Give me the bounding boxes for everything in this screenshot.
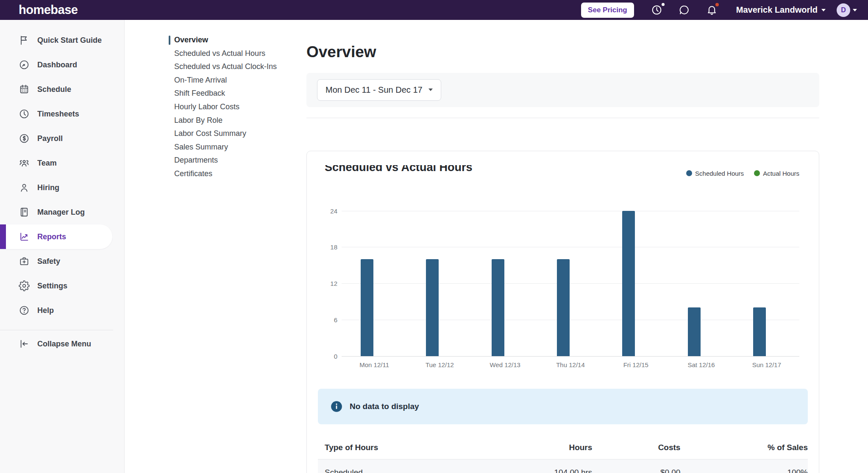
date-range-label: Mon Dec 11 - Sun Dec 17 (326, 85, 423, 95)
subnav-item-overview[interactable]: Overview (169, 33, 301, 47)
legend-dot (686, 170, 692, 176)
x-tick-label: Wed 12/13 (473, 361, 538, 368)
sidebar-item-label: Timesheets (37, 110, 79, 119)
subnav-item-shift-feedback[interactable]: Shift Feedback (169, 87, 301, 100)
subnav-item-certificates[interactable]: Certificates (169, 167, 301, 181)
x-tick-label: Thu 12/14 (538, 361, 603, 368)
report-subnav: OverviewScheduled vs Actual HoursSchedul… (125, 20, 301, 473)
table-cell: Scheduled (318, 459, 524, 473)
book-icon (19, 207, 30, 218)
timeclock-icon[interactable] (651, 4, 662, 16)
sidebar-item-help[interactable]: Help (0, 298, 124, 323)
chart-title: Scheduled vs Actual Hours (325, 165, 473, 175)
y-tick-label: 0 (334, 352, 337, 360)
sidebar-item-settings[interactable]: Settings (0, 274, 124, 298)
sidebar-item-safety[interactable]: Safety (0, 249, 124, 274)
bar-group-fri-12-15 (603, 211, 668, 356)
notifications-bell-icon[interactable] (706, 4, 718, 16)
sidebar-item-quick-start-guide[interactable]: Quick Start Guide (0, 28, 124, 53)
firstaid-icon (19, 256, 30, 267)
hours-summary-table: Type of HoursHoursCosts% of Sales Schedu… (318, 440, 808, 473)
subnav-item-departments[interactable]: Departments (169, 154, 301, 167)
subnav-item-scheduled-vs-actual-hours[interactable]: Scheduled vs Actual Hours (169, 47, 301, 61)
see-pricing-button[interactable]: See Pricing (581, 3, 634, 18)
collapse-arrow-icon (19, 338, 30, 349)
info-icon (331, 401, 342, 412)
y-tick-label: 18 (330, 243, 337, 251)
subnav-item-labor-by-role[interactable]: Labor By Role (169, 114, 301, 127)
subnav-item-hourly-labor-costs[interactable]: Hourly Labor Costs (169, 100, 301, 114)
sidebar-divider (0, 330, 113, 330)
gridline (342, 356, 799, 357)
bar-scheduled-hours-sat-12-16[interactable] (688, 307, 701, 356)
y-tick-label: 6 (334, 316, 337, 323)
subnav-item-scheduled-vs-actual-clock-ins[interactable]: Scheduled vs Actual Clock-Ins (169, 60, 301, 74)
sidebar-item-dashboard[interactable]: Dashboard (0, 53, 124, 77)
subnav-item-labor-cost-summary[interactable]: Labor Cost Summary (169, 127, 301, 141)
table-cell: $0.00 (592, 459, 680, 473)
sidebar-item-team[interactable]: Team (0, 151, 124, 175)
sidebar-item-payroll[interactable]: Payroll (0, 126, 124, 151)
topbar-actions: See Pricing Maverick Landworld D (581, 3, 857, 18)
bar-group-tue-12-12 (407, 211, 472, 356)
sidebar-item-label: Manager Log (37, 208, 85, 217)
x-tick-label: Sat 12/16 (668, 361, 734, 368)
user-menu[interactable]: Maverick Landworld (736, 5, 826, 15)
bar-group-sat-12-16 (668, 211, 734, 356)
legend-item-scheduled-hours: Scheduled Hours (686, 170, 744, 177)
sidebar-item-label: Help (37, 306, 54, 315)
x-tick-label: Tue 12/12 (407, 361, 472, 368)
page-title: Overview (306, 44, 819, 61)
messages-icon[interactable] (679, 4, 690, 16)
avatar: D (837, 3, 850, 17)
section-divider (306, 118, 819, 118)
dashboard-icon (19, 59, 30, 70)
chart-card: Scheduled vs Actual Hours Scheduled Hour… (306, 151, 819, 473)
topbar: homebase See Pricing Maverick Landworld … (0, 0, 868, 20)
homebase-logo[interactable]: homebase (19, 3, 78, 17)
plot-area (342, 211, 799, 356)
chart-legend: Scheduled HoursActual Hours (686, 170, 799, 177)
bar-group-wed-12-13 (473, 211, 538, 356)
sidebar-item-label: Settings (37, 282, 67, 290)
bar-scheduled-hours-fri-12-15[interactable] (622, 211, 635, 356)
person-icon (19, 182, 30, 193)
bar-scheduled-hours-mon-12-11[interactable] (361, 259, 373, 356)
sidebar-item-timesheets[interactable]: Timesheets (0, 102, 124, 126)
subnav-item-sales-summary[interactable]: Sales Summary (169, 141, 301, 154)
chart-title-clip: Scheduled vs Actual Hours (325, 165, 473, 178)
avatar-menu[interactable]: D (837, 3, 857, 17)
date-range-selector[interactable]: Mon Dec 11 - Sun Dec 17 (317, 79, 441, 101)
bar-group-thu-12-14 (538, 211, 603, 356)
help-icon (19, 305, 30, 316)
subnav-item-on-time-arrival[interactable]: On-Time Arrival (169, 74, 301, 87)
bar-scheduled-hours-wed-12-13[interactable] (492, 259, 504, 356)
sidebar-item-label: Safety (37, 257, 60, 266)
bar-scheduled-hours-thu-12-14[interactable] (557, 259, 570, 356)
filter-panel: Mon Dec 11 - Sun Dec 17 (306, 73, 819, 107)
x-axis-labels: Mon 12/11Tue 12/12Wed 12/13Thu 12/14Fri … (325, 361, 799, 368)
gear-icon (19, 280, 30, 291)
bar-chart: 24181260 Mon 12/11Tue 12/12Wed 12/13Thu … (325, 211, 799, 368)
main-content: Overview Mon Dec 11 - Sun Dec 17 Schedul… (301, 20, 868, 473)
legend-item-actual-hours: Actual Hours (754, 170, 799, 177)
bar-scheduled-hours-tue-12-12[interactable] (426, 259, 439, 356)
sidebar-item-label: Quick Start Guide (37, 36, 102, 45)
y-tick-label: 24 (330, 207, 337, 214)
flag-icon (19, 35, 30, 46)
sidebar-item-schedule[interactable]: Schedule (0, 77, 124, 102)
timeclock-badge (662, 3, 665, 6)
sidebar-item-hiring[interactable]: Hiring (0, 175, 124, 200)
no-data-banner: No data to display (318, 389, 808, 424)
user-name: Maverick Landworld (736, 5, 818, 15)
calendar-icon (19, 84, 30, 95)
table-header-costs: Costs (592, 440, 680, 459)
sidebar-item-manager-log[interactable]: Manager Log (0, 200, 124, 224)
bar-scheduled-hours-sun-12-17[interactable] (753, 307, 766, 356)
no-data-text: No data to display (350, 402, 419, 411)
sidebar-item-reports[interactable]: Reports (0, 224, 112, 249)
table-header-hours: Hours (524, 440, 593, 459)
collapse-menu-button[interactable]: Collapse Menu (0, 332, 124, 356)
table-cell: 104.00 hrs (524, 459, 593, 473)
x-tick-label: Sun 12/17 (734, 361, 799, 368)
